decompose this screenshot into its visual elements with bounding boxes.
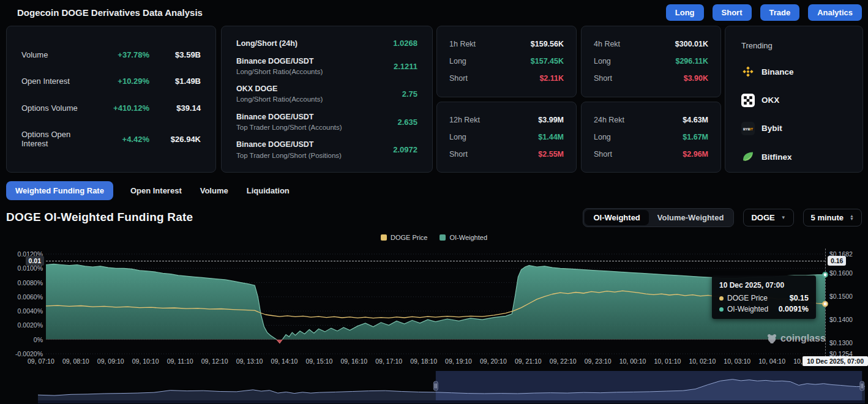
- ratio-subtitle: Long/Short Ratio(Accounts): [236, 94, 402, 105]
- stat-row-volume: Volume +37.78% $3.59B: [21, 50, 201, 59]
- trending-item-bitfinex[interactable]: Bitfinex: [741, 150, 847, 163]
- legend-label: OI-Weighted: [449, 234, 487, 241]
- rekt-total: $3.99M: [538, 116, 564, 124]
- long-button[interactable]: Long: [666, 4, 704, 21]
- binance-logo-icon: [741, 65, 755, 78]
- stat-change: +4.42%: [93, 135, 149, 144]
- ratio-row: Binance DOGE/USDTTop Trader Long/Short (…: [236, 111, 417, 133]
- tab-weighted-funding-rate[interactable]: Weighted Funding Rate: [6, 181, 113, 200]
- symbol-select[interactable]: DOGE ▼: [743, 209, 793, 226]
- stat-value: $3.59B: [149, 50, 201, 59]
- legend-oi-weighted[interactable]: OI-Weighted: [440, 234, 487, 241]
- trending-item-bybit[interactable]: BYBIT Bybit: [741, 122, 847, 135]
- rekt-card-4h: 4h Rekt$300.01K Long$296.11K Short$3.90K: [581, 26, 721, 97]
- funding-rate-chart[interactable]: 0.0120% 0.0100% 0.0080% 0.0060% 0.0040% …: [0, 244, 868, 370]
- page-title: Dogecoin DOGE Derivatives Data Analysis: [17, 7, 203, 18]
- trending-exchange-name: Bitfinex: [761, 152, 792, 162]
- tab-volume[interactable]: Volume: [199, 181, 230, 200]
- oi-weighted-dot-icon: [719, 307, 724, 312]
- okx-logo-icon: [741, 94, 755, 107]
- rekt-long-value: $296.11K: [675, 57, 708, 65]
- tooltip-row-doge-price: DOGE Price $0.15: [719, 294, 809, 302]
- navigator-plot[interactable]: [0, 370, 868, 404]
- legend-doge-price[interactable]: DOGE Price: [381, 234, 428, 241]
- rekt-long-value: $1.44M: [538, 133, 564, 141]
- doge-price-dot-icon: [719, 296, 724, 301]
- ratio-value: 1.0268: [393, 39, 417, 48]
- rekt-short-value: $2.96M: [683, 150, 708, 159]
- tab-open-interest[interactable]: Open Interest: [129, 181, 183, 200]
- ratio-value: 2.1211: [394, 62, 417, 71]
- rekt-long-value: $1.67M: [683, 133, 708, 141]
- rekt-short-value: $3.90K: [684, 74, 708, 83]
- stat-value: $26.94K: [149, 135, 201, 144]
- doge-price-swatch-icon: [381, 234, 387, 241]
- analytics-button[interactable]: Analytics: [808, 4, 862, 21]
- trending-item-binance[interactable]: Binance: [741, 65, 847, 78]
- stat-change: +10.29%: [93, 77, 149, 86]
- ratio-row: Binance DOGE/USDTLong/Short Ratio(Accoun…: [236, 56, 417, 77]
- trending-title: Trending: [741, 41, 847, 50]
- rekt-card-12h: 12h Rekt$3.99M Long$1.44M Short$2.55M: [436, 102, 577, 173]
- stat-row-options-volume: Options Volume +410.12% $39.14: [21, 103, 201, 113]
- rekt-long-value: $157.45K: [531, 57, 564, 65]
- interval-select[interactable]: 5 minute ▲▼: [803, 209, 862, 226]
- rekt-short-label: Short: [594, 74, 684, 83]
- ratio-row: OKX DOGELong/Short Ratio(Accounts) 2.75: [236, 83, 417, 105]
- stat-change: +410.12%: [93, 103, 149, 113]
- interval-select-value: 5 minute: [811, 213, 844, 222]
- trending-item-okx[interactable]: OKX: [741, 94, 847, 107]
- symbol-select-value: DOGE: [751, 213, 774, 222]
- tab-liquidation[interactable]: Liquidation: [245, 181, 291, 200]
- oi-weighted-option[interactable]: OI-Weighted: [585, 210, 648, 225]
- volume-weighted-option[interactable]: Volume-Weighted: [649, 210, 733, 225]
- left-axis-tick: 0.0080%: [2, 279, 43, 286]
- left-axis-tick: 0.0020%: [2, 321, 43, 329]
- rekt-short-label: Short: [449, 74, 539, 83]
- left-axis-tick: 0.0040%: [2, 307, 43, 315]
- rekt-total: $300.01K: [675, 40, 708, 48]
- rekt-total: $4.63M: [683, 116, 708, 124]
- stat-label: Volume: [21, 50, 93, 59]
- trade-button[interactable]: Trade: [760, 4, 800, 21]
- ratio-title: OKX DOGE: [236, 83, 402, 94]
- chart-header: DOGE OI-Weighted Funding Rate OI-Weighte…: [0, 207, 868, 228]
- stat-row-open-interest: Open Interest +10.29% $1.49B: [21, 77, 201, 86]
- rekt-long-label: Long: [449, 133, 538, 141]
- rekt-period: 24h Rekt: [594, 116, 683, 124]
- rekt-short-label: Short: [449, 150, 538, 159]
- stat-value: $39.14: [149, 103, 201, 113]
- weighting-toggle: OI-Weighted Volume-Weighted: [583, 208, 734, 227]
- oi-weighted-swatch-icon: [440, 234, 446, 241]
- tooltip-row-oi-weighted: OI-Weighted 0.0091%: [719, 305, 809, 313]
- long-short-ratio-panel: Long/Short (24h) 1.0268 Binance DOGE/USD…: [221, 26, 433, 173]
- rekt-long-label: Long: [594, 133, 683, 141]
- chart-tabs: Weighted Funding Rate Open Interest Volu…: [6, 181, 291, 200]
- right-axis-tick: $0.1400: [829, 316, 853, 323]
- short-button[interactable]: Short: [713, 4, 752, 21]
- ratio-title: Long/Short (24h): [236, 38, 393, 49]
- left-axis-tick: 0.0060%: [2, 293, 43, 301]
- trending-exchange-name: OKX: [761, 95, 779, 105]
- tooltip-timestamp: 10 Dec 2025, 07:00: [719, 281, 809, 290]
- stat-label: Open Interest: [21, 77, 93, 86]
- ratio-row: Binance DOGE/USDTTop Trader Long/Short (…: [236, 139, 417, 160]
- rekt-long-label: Long: [449, 57, 531, 65]
- stat-label: Options Open Interest: [21, 130, 93, 148]
- stat-label: Options Volume: [21, 103, 93, 113]
- left-axis-tick: 0%: [2, 336, 43, 343]
- coinglass-watermark: coinglass: [766, 333, 826, 344]
- current-value-dashed-line: [46, 261, 825, 261]
- chart-title: DOGE OI-Weighted Funding Rate: [6, 211, 193, 224]
- bitfinex-logo-icon: [741, 150, 755, 163]
- chart-range-navigator[interactable]: [0, 370, 868, 404]
- x-axis-labels: 09, 07:1009, 08:1009, 09:1009, 10:1009, …: [28, 357, 837, 365]
- crosshair-vertical-line: [825, 249, 826, 366]
- top-bar-buttons: Long Short Trade Analytics: [666, 4, 862, 21]
- updown-stepper-icon: ▲▼: [850, 214, 854, 220]
- chart-legend: DOGE Price OI-Weighted: [0, 234, 868, 241]
- x-axis-marker-badge: 10 Dec 2025, 07:00: [803, 356, 868, 366]
- trending-panel: Trending Binance OKX BYBIT Bybit Bitfine…: [725, 26, 863, 173]
- market-stats-panel: Volume +37.78% $3.59B Open Interest +10.…: [6, 26, 216, 173]
- rekt-period: 4h Rekt: [594, 40, 675, 48]
